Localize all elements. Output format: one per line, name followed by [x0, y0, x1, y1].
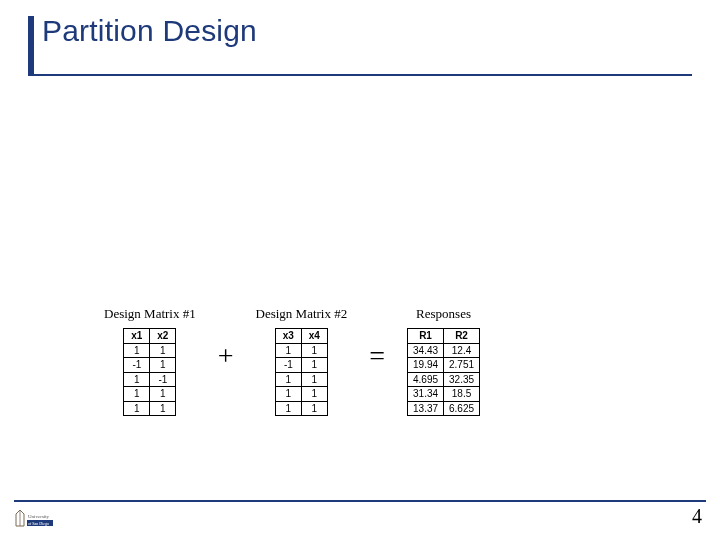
col-header: x3: [275, 329, 301, 344]
title-accent-bar: [28, 16, 34, 74]
cell: 1: [301, 387, 327, 402]
cell: -1: [275, 358, 301, 373]
col-header: x1: [124, 329, 150, 344]
slide-title: Partition Design: [42, 14, 257, 48]
table-row: 31.3418.5: [408, 387, 480, 402]
col-header: x2: [150, 329, 176, 344]
table-row: 11: [124, 401, 176, 416]
table-row: 11: [275, 372, 327, 387]
cell: 1: [275, 343, 301, 358]
cell: 6.625: [444, 401, 480, 416]
cell: 18.5: [444, 387, 480, 402]
cell: 1: [275, 401, 301, 416]
bottom-divider: [14, 500, 706, 502]
cell: -1: [150, 372, 176, 387]
table-row: x3 x4: [275, 329, 327, 344]
content-row: Design Matrix #1 x1 x2 11 -11 1-1 11 11 …: [104, 306, 480, 416]
design-matrix-1-block: Design Matrix #1 x1 x2 11 -11 1-1 11 11: [104, 306, 196, 416]
table-row: 4.69532.35: [408, 372, 480, 387]
table-row: R1 R2: [408, 329, 480, 344]
cell: 1: [124, 372, 150, 387]
svg-text:University: University: [28, 514, 50, 519]
top-divider: [28, 74, 692, 76]
design-matrix-2-table: x3 x4 11 -11 11 11 11: [275, 328, 328, 416]
cell: 1: [124, 401, 150, 416]
svg-text:of San Diego: of San Diego: [28, 521, 49, 526]
cell: 1: [124, 343, 150, 358]
table-row: 11: [124, 343, 176, 358]
cell: 1: [150, 358, 176, 373]
cell: 1: [301, 343, 327, 358]
responses-block: Responses R1 R2 34.4312.4 19.942.751 4.6…: [407, 306, 480, 416]
table-row: -11: [124, 358, 176, 373]
col-header: R2: [444, 329, 480, 344]
cell: 13.37: [408, 401, 444, 416]
cell: 2.751: [444, 358, 480, 373]
table-row: 11: [275, 401, 327, 416]
col-header: R1: [408, 329, 444, 344]
cell: 1: [301, 358, 327, 373]
equals-operator: =: [369, 306, 385, 372]
cell: 4.695: [408, 372, 444, 387]
cell: 19.94: [408, 358, 444, 373]
plus-operator: +: [218, 306, 234, 372]
table-row: x1 x2: [124, 329, 176, 344]
university-logo: University of San Diego: [10, 506, 56, 534]
responses-caption: Responses: [416, 306, 471, 322]
cell: 1: [301, 372, 327, 387]
cell: 32.35: [444, 372, 480, 387]
cell: 12.4: [444, 343, 480, 358]
design-matrix-1-caption: Design Matrix #1: [104, 306, 196, 322]
table-row: 11: [275, 343, 327, 358]
cell: 34.43: [408, 343, 444, 358]
table-row: -11: [275, 358, 327, 373]
page-number: 4: [692, 505, 702, 528]
table-row: 34.4312.4: [408, 343, 480, 358]
table-row: 13.376.625: [408, 401, 480, 416]
cell: 1: [150, 343, 176, 358]
table-row: 19.942.751: [408, 358, 480, 373]
design-matrix-2-block: Design Matrix #2 x3 x4 11 -11 11 11 11: [256, 306, 348, 416]
table-row: 11: [275, 387, 327, 402]
cell: 1: [301, 401, 327, 416]
design-matrix-1-table: x1 x2 11 -11 1-1 11 11: [123, 328, 176, 416]
design-matrix-2-caption: Design Matrix #2: [256, 306, 348, 322]
responses-table: R1 R2 34.4312.4 19.942.751 4.69532.35 31…: [407, 328, 480, 416]
cell: 1: [275, 372, 301, 387]
cell: -1: [124, 358, 150, 373]
cell: 1: [124, 387, 150, 402]
cell: 1: [150, 387, 176, 402]
col-header: x4: [301, 329, 327, 344]
cell: 1: [275, 387, 301, 402]
table-row: 1-1: [124, 372, 176, 387]
table-row: 11: [124, 387, 176, 402]
slide-frame: Partition Design Design Matrix #1 x1 x2 …: [14, 8, 706, 500]
cell: 1: [150, 401, 176, 416]
cell: 31.34: [408, 387, 444, 402]
